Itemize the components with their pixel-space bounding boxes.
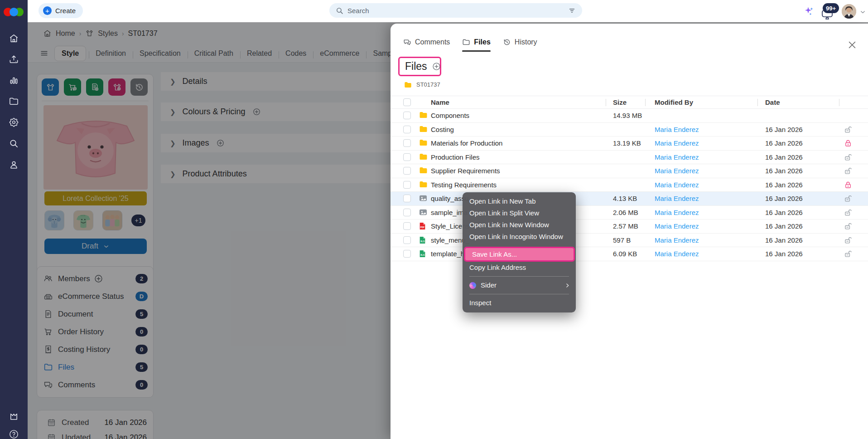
profile-icon[interactable] xyxy=(0,156,28,173)
menu-item-open-new-window[interactable]: Open Link in New Window xyxy=(463,219,576,231)
row-checkbox[interactable] xyxy=(403,181,411,189)
files-panel-title: Files xyxy=(405,60,427,73)
row-checkbox[interactable] xyxy=(403,112,411,119)
unlock-icon[interactable] xyxy=(844,195,852,203)
help-icon[interactable] xyxy=(0,425,28,439)
home-icon[interactable] xyxy=(0,29,28,47)
table-row[interactable]: Production FilesMaria Enderez16 Jan 2026 xyxy=(391,151,868,165)
modified-by-link[interactable]: Maria Enderez xyxy=(655,209,699,216)
comments-icon xyxy=(403,38,411,46)
row-checkbox[interactable] xyxy=(403,236,411,244)
add-file-icon[interactable] xyxy=(432,62,441,71)
select-all-checkbox[interactable] xyxy=(403,98,411,106)
close-panel-icon[interactable] xyxy=(847,40,857,50)
modified-by-link[interactable]: Maria Enderez xyxy=(655,153,699,161)
xls-icon: XLS xyxy=(419,236,426,244)
upload-icon[interactable] xyxy=(0,50,28,68)
row-checkbox[interactable] xyxy=(403,153,411,161)
plus-circle-icon: + xyxy=(43,6,52,15)
menu-separator xyxy=(469,294,569,294)
browser-context-menu: Open Link in New Tab Open Link in Split … xyxy=(463,192,576,312)
file-size: 2.06 MB xyxy=(613,209,638,216)
menu-item-open-incognito[interactable]: Open Link in Incognito Window xyxy=(463,231,576,243)
menu-item-copy-link-address[interactable]: Copy Link Address xyxy=(463,262,576,273)
image-icon xyxy=(419,195,427,202)
modified-by-link[interactable]: Maria Enderez xyxy=(655,126,699,133)
modified-by-link[interactable]: Maria Enderez xyxy=(655,195,699,202)
unlock-icon[interactable] xyxy=(844,236,852,244)
modified-by-link[interactable]: Maria Enderez xyxy=(655,250,699,258)
create-button[interactable]: + Create xyxy=(39,3,83,18)
unlock-icon[interactable] xyxy=(844,126,852,134)
file-size: 4.13 KB xyxy=(613,195,637,202)
files-title-annotation: Files xyxy=(398,57,441,76)
factory-icon[interactable] xyxy=(0,407,28,424)
lock-icon[interactable] xyxy=(844,181,852,189)
column-separator xyxy=(606,99,606,106)
menu-item-sider-label: Sider xyxy=(481,279,560,291)
panel-tab-comments[interactable]: Comments xyxy=(403,38,450,52)
file-size: 14.93 MB xyxy=(613,112,642,119)
unlock-icon[interactable] xyxy=(844,250,852,258)
menu-item-sider[interactable]: Sider xyxy=(463,279,576,291)
file-name[interactable]: sample_ima xyxy=(431,209,468,216)
menu-item-save-link-as[interactable]: Save Link As... xyxy=(465,248,574,260)
unlock-icon[interactable] xyxy=(844,167,852,175)
root-folder-row[interactable]: ST01737 xyxy=(404,81,440,88)
menu-item-open-split-view[interactable]: Open Link in Split View xyxy=(463,207,576,219)
folders-icon[interactable] xyxy=(0,93,28,110)
account-chevron-down-icon[interactable] xyxy=(859,9,866,15)
file-name[interactable]: Testing Requirements xyxy=(431,181,497,189)
search-rail-icon[interactable] xyxy=(0,135,28,152)
table-row[interactable]: Components14.93 MB xyxy=(391,109,868,123)
sider-icon xyxy=(469,282,476,289)
create-button-label: Create xyxy=(55,7,76,15)
file-date: 16 Jan 2026 xyxy=(765,181,803,189)
search-input[interactable] xyxy=(347,7,564,15)
row-checkbox[interactable] xyxy=(403,250,411,258)
app-sidebar-rail xyxy=(0,0,28,439)
svg-text:XLS: XLS xyxy=(420,240,424,243)
table-row[interactable]: Materials for Production13.19 KBMaria En… xyxy=(391,137,868,151)
row-checkbox[interactable] xyxy=(403,209,411,216)
file-name[interactable]: Production Files xyxy=(431,153,480,161)
menu-item-open-new-tab[interactable]: Open Link in New Tab xyxy=(463,195,576,207)
settings-gear-icon[interactable] xyxy=(0,113,28,131)
row-checkbox[interactable] xyxy=(403,167,411,175)
table-row[interactable]: CostingMaria Enderez16 Jan 2026 xyxy=(391,123,868,137)
search-icon xyxy=(336,7,343,15)
file-name[interactable]: Costing xyxy=(431,126,454,133)
folder-icon xyxy=(419,167,428,174)
modified-by-link[interactable]: Maria Enderez xyxy=(655,222,699,230)
filter-icon[interactable] xyxy=(568,7,576,15)
save-link-as-annotation: Save Link As... xyxy=(464,247,575,262)
panel-tab-history[interactable]: History xyxy=(503,38,537,52)
user-avatar[interactable] xyxy=(842,4,856,19)
unlock-icon[interactable] xyxy=(844,209,852,217)
file-name[interactable]: Materials for Production xyxy=(431,139,502,147)
column-separator xyxy=(839,99,839,106)
column-separator xyxy=(645,99,646,106)
row-checkbox[interactable] xyxy=(403,126,411,133)
panel-tab-files[interactable]: Files xyxy=(462,38,490,52)
modified-by-link[interactable]: Maria Enderez xyxy=(655,139,699,147)
modified-by-link[interactable]: Maria Enderez xyxy=(655,181,699,189)
modified-by-link[interactable]: Maria Enderez xyxy=(655,236,699,244)
file-table-header: Name Size Modified By Date xyxy=(391,96,868,109)
row-checkbox[interactable] xyxy=(403,139,411,147)
unlock-icon[interactable] xyxy=(844,153,852,161)
ai-sparkle-icon[interactable] xyxy=(804,6,815,17)
analytics-icon[interactable] xyxy=(0,71,28,88)
menu-item-inspect[interactable]: Inspect xyxy=(463,297,576,309)
row-checkbox[interactable] xyxy=(403,222,411,230)
modified-by-link[interactable]: Maria Enderez xyxy=(655,167,699,175)
app-logo-icon xyxy=(0,0,28,24)
table-row[interactable]: Testing RequirementsMaria Enderez16 Jan … xyxy=(391,178,868,192)
unlock-icon[interactable] xyxy=(844,222,852,230)
row-checkbox[interactable] xyxy=(403,195,411,202)
file-name[interactable]: Supplier Requirements xyxy=(431,167,500,175)
table-row[interactable]: Supplier RequirementsMaria Enderez16 Jan… xyxy=(391,164,868,178)
xls-icon: XLS xyxy=(419,250,426,258)
file-name[interactable]: Components xyxy=(431,112,469,119)
lock-icon[interactable] xyxy=(844,139,852,147)
